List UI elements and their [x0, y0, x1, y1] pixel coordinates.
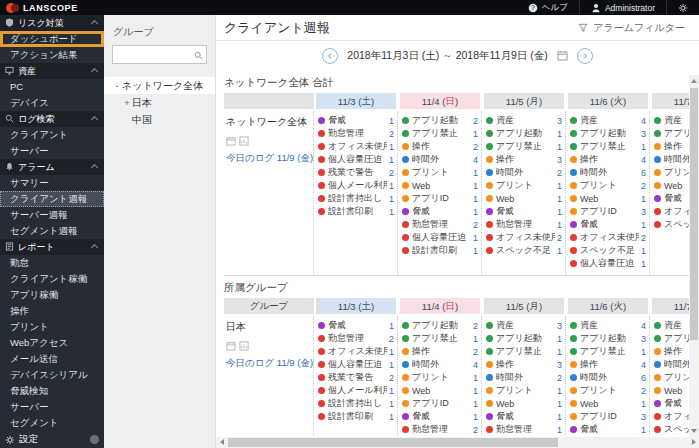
- alarm-count-link[interactable]: 1: [557, 129, 562, 139]
- sidebar-item[interactable]: プリント: [0, 319, 104, 335]
- alarm-count-link[interactable]: 1: [557, 207, 562, 217]
- alarm-filter-button[interactable]: アラームフィルター: [578, 21, 685, 35]
- sidebar-section-header[interactable]: アラーム: [0, 159, 104, 175]
- sidebar-item[interactable]: クライアント: [0, 127, 104, 143]
- tools-button[interactable]: [666, 0, 699, 15]
- alarm-count-link[interactable]: 1: [641, 246, 646, 256]
- sidebar-item[interactable]: ダッシュボード: [0, 31, 104, 47]
- alarm-count-link[interactable]: 4: [641, 155, 646, 165]
- alarm-count-link[interactable]: 1: [641, 347, 646, 357]
- sidebar-item[interactable]: サマリー: [0, 175, 104, 191]
- alarm-count-link[interactable]: 1: [641, 399, 646, 409]
- alarm-count-link[interactable]: 1: [473, 373, 478, 383]
- scroll-down-arrow[interactable]: [691, 429, 697, 433]
- alarm-count-link[interactable]: 2: [641, 181, 646, 191]
- horizontal-scrollbar[interactable]: [216, 437, 699, 448]
- vertical-scroll-thumb[interactable]: [690, 88, 698, 340]
- alarm-count-link[interactable]: 2: [389, 334, 394, 344]
- scroll-up-arrow[interactable]: [691, 79, 697, 83]
- tree-expander[interactable]: -: [112, 81, 122, 91]
- alarm-count-link[interactable]: 2: [389, 129, 394, 139]
- alarm-count-link[interactable]: 1: [641, 220, 646, 230]
- prev-week-button[interactable]: [322, 48, 338, 64]
- alarm-count-link[interactable]: 2: [557, 373, 562, 383]
- sidebar-item[interactable]: Webアクセス: [0, 335, 104, 351]
- alarm-count-link[interactable]: 1: [389, 412, 394, 422]
- alarm-count-link[interactable]: 1: [641, 259, 646, 269]
- scroll-left-arrow[interactable]: [220, 439, 224, 445]
- alarm-count-link[interactable]: 1: [389, 399, 394, 409]
- alarm-count-link[interactable]: 2: [473, 220, 478, 230]
- tree-expander[interactable]: +: [122, 98, 132, 108]
- alarm-count-link[interactable]: 4: [641, 321, 646, 331]
- alarm-count-link[interactable]: 1: [389, 116, 394, 126]
- tree-node[interactable]: +日本: [104, 94, 215, 111]
- alarm-count-link[interactable]: 3: [641, 412, 646, 422]
- alarm-count-link[interactable]: 1: [473, 399, 478, 409]
- sidebar-item[interactable]: PC: [0, 79, 104, 95]
- alarm-count-link[interactable]: 1: [473, 168, 478, 178]
- sidebar-item[interactable]: デバイス: [0, 95, 104, 111]
- alarm-count-link[interactable]: 1: [641, 425, 646, 435]
- alarm-count-link[interactable]: 1: [389, 386, 394, 396]
- alarm-count-link[interactable]: 1: [557, 347, 562, 357]
- sidebar-section-header[interactable]: 資産: [0, 63, 104, 79]
- tree-node[interactable]: 中国: [104, 111, 215, 128]
- alarm-count-link[interactable]: 1: [389, 321, 394, 331]
- alarm-count-link[interactable]: 1: [557, 220, 562, 230]
- alarm-count-link[interactable]: 1: [473, 129, 478, 139]
- sidebar-item[interactable]: サーバー週報: [0, 207, 104, 223]
- sidebar-item[interactable]: 脅威検知: [0, 383, 104, 399]
- alarm-count-link[interactable]: 3: [557, 321, 562, 331]
- help-button[interactable]: ? ヘルプ: [517, 0, 579, 15]
- sidebar-item[interactable]: メール送信: [0, 351, 104, 367]
- group-search-input[interactable]: [113, 50, 194, 60]
- alarm-count-link[interactable]: 1: [557, 334, 562, 344]
- alarm-count-link[interactable]: 1: [641, 194, 646, 204]
- alarm-count-link[interactable]: 1: [473, 181, 478, 191]
- alarm-count-link[interactable]: 2: [641, 233, 646, 243]
- horizontal-scroll-thumb[interactable]: [228, 438, 558, 447]
- alarm-count-link[interactable]: 1: [389, 181, 394, 191]
- vertical-scrollbar[interactable]: [689, 75, 699, 437]
- alarm-count-link[interactable]: 1: [389, 194, 394, 204]
- alarm-count-link[interactable]: 4: [641, 116, 646, 126]
- alarm-count-link[interactable]: 4: [473, 155, 478, 165]
- alarm-count-link[interactable]: 1: [389, 155, 394, 165]
- alarm-count-link[interactable]: 2: [557, 233, 562, 243]
- alarm-count-link[interactable]: 1: [641, 142, 646, 152]
- sidebar-item[interactable]: アクション結果: [0, 47, 104, 63]
- alarm-count-link[interactable]: 1: [557, 181, 562, 191]
- alarm-count-link[interactable]: 4: [641, 360, 646, 370]
- alarm-count-link[interactable]: 2: [389, 373, 394, 383]
- sidebar-item[interactable]: 勤怠: [0, 255, 104, 271]
- alarm-count-link[interactable]: 1: [557, 194, 562, 204]
- alarm-count-link[interactable]: 3: [641, 129, 646, 139]
- sidebar-section-header[interactable]: レポート: [0, 239, 104, 255]
- sidebar-item[interactable]: クライアント稼働: [0, 271, 104, 287]
- alarm-count-link[interactable]: 1: [389, 207, 394, 217]
- alarm-count-link[interactable]: 3: [641, 207, 646, 217]
- alarm-count-link[interactable]: 2: [473, 116, 478, 126]
- mini-graph-icon[interactable]: [239, 132, 249, 150]
- alarm-count-link[interactable]: 1: [473, 412, 478, 422]
- scroll-right-arrow[interactable]: [692, 439, 696, 445]
- alarm-count-link[interactable]: 1: [473, 334, 478, 344]
- alarm-count-link[interactable]: 1: [557, 399, 562, 409]
- alarm-count-link[interactable]: 1: [473, 246, 478, 256]
- alarm-count-link[interactable]: 1: [473, 386, 478, 396]
- mini-calendar-icon[interactable]: [226, 337, 236, 355]
- alarm-count-link[interactable]: 1: [557, 386, 562, 396]
- sidebar-item[interactable]: セグメント週報: [0, 223, 104, 239]
- alarm-count-link[interactable]: 1: [389, 360, 394, 370]
- alarm-count-link[interactable]: 2: [389, 168, 394, 178]
- alarm-count-link[interactable]: 3: [557, 360, 562, 370]
- search-icon[interactable]: [194, 46, 203, 64]
- alarm-count-link[interactable]: 1: [389, 142, 394, 152]
- user-menu[interactable]: Administrator: [579, 0, 666, 15]
- next-week-button[interactable]: [577, 48, 593, 64]
- today-log-link[interactable]: 今日のログ 11/9 (金): [226, 152, 310, 165]
- alarm-count-link[interactable]: 6: [641, 373, 646, 383]
- sidebar-item[interactable]: クライアント週報: [0, 191, 104, 207]
- alarm-count-link[interactable]: 1: [557, 142, 562, 152]
